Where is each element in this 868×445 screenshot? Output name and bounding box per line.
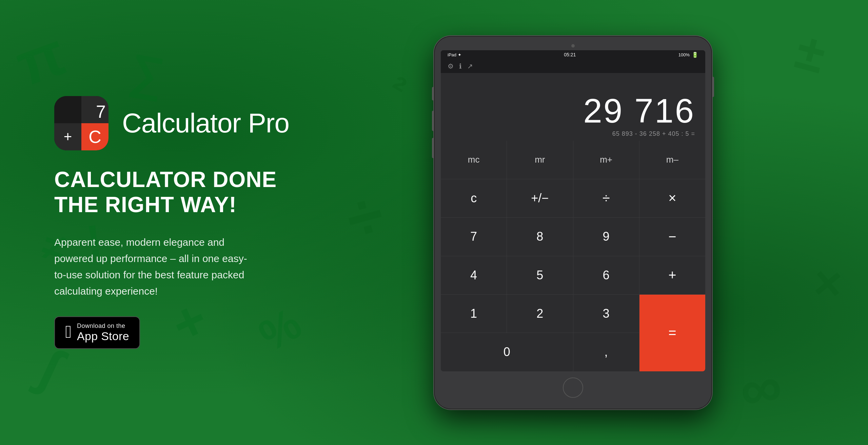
key-subtract[interactable]: −	[639, 218, 705, 256]
content-wrapper: 7 + C Calculator Pro CALCULATOR DONE THE…	[0, 0, 868, 445]
key-clear[interactable]: c	[441, 179, 507, 217]
ipad-power-button	[712, 77, 714, 97]
apple-logo-icon: 	[65, 323, 72, 340]
status-right: 100% 🔋	[678, 52, 698, 58]
left-panel: 7 + C Calculator Pro CALCULATOR DONE THE…	[54, 96, 292, 349]
key-9[interactable]: 9	[573, 218, 639, 256]
icon-quadrant-bl: +	[54, 123, 81, 150]
key-2[interactable]: 2	[507, 295, 573, 333]
tagline-line2: THE RIGHT WAY!	[54, 192, 292, 218]
ios-status-bar: iPad ✦ 05:21 100% 🔋	[441, 50, 705, 59]
key-add[interactable]: +	[639, 256, 705, 294]
key-5[interactable]: 5	[507, 256, 573, 294]
status-left: iPad ✦	[448, 52, 461, 57]
key-divide[interactable]: ÷	[573, 179, 639, 217]
app-description: Apparent ease, modern elegance and power…	[54, 234, 251, 299]
calc-equation: 65 893 - 36 258 + 405 : 5 =	[612, 130, 695, 137]
status-time: 05:21	[564, 52, 576, 57]
ipad-volume-up-button	[432, 111, 434, 131]
ipad-label: iPad ✦	[448, 52, 461, 57]
info-icon[interactable]: ℹ	[459, 62, 462, 70]
key-6[interactable]: 6	[573, 256, 639, 294]
key-m-plus[interactable]: m+	[573, 141, 639, 179]
calc-toolbar: ⚙ ℹ ↗	[441, 59, 705, 73]
key-mr[interactable]: mr	[507, 141, 573, 179]
appstore-store-text: App Store	[77, 330, 129, 343]
key-comma[interactable]: ,	[573, 333, 639, 371]
appstore-button[interactable]:  Download on the App Store	[54, 316, 140, 349]
icon-quadrant-tr: 7	[81, 96, 108, 123]
appstore-text: Download on the App Store	[77, 322, 129, 343]
appstore-download-text: Download on the	[77, 322, 129, 330]
key-0[interactable]: 0	[441, 333, 573, 371]
tagline-line1: CALCULATOR DONE	[54, 167, 292, 192]
key-8[interactable]: 8	[507, 218, 573, 256]
icon-plus: +	[64, 129, 72, 145]
icon-number: 7	[96, 103, 106, 120]
ipad-frame: iPad ✦ 05:21 100% 🔋 ⚙ ℹ ↗	[434, 36, 712, 409]
icon-letter: C	[88, 127, 101, 147]
ipad-camera-bar	[441, 44, 705, 48]
key-4[interactable]: 4	[441, 256, 507, 294]
key-7[interactable]: 7	[441, 218, 507, 256]
share-icon[interactable]: ↗	[467, 62, 473, 70]
ipad-mute-button	[432, 87, 434, 100]
ipad-volume-down-button	[432, 138, 434, 158]
key-1[interactable]: 1	[441, 295, 507, 333]
key-mc[interactable]: mc	[441, 141, 507, 179]
icon-quadrant-tl	[54, 96, 81, 123]
key-plus-minus[interactable]: +/−	[507, 179, 573, 217]
calc-keypad: mc mr m+ m– c +/− ÷ × 7 8 9 −	[441, 141, 705, 371]
calc-display: 29 716 65 893 - 36 258 + 405 : 5 =	[441, 73, 705, 141]
ipad-container: iPad ✦ 05:21 100% 🔋 ⚙ ℹ ↗	[434, 36, 712, 409]
calc-main-number: 29 716	[583, 94, 695, 128]
settings-icon[interactable]: ⚙	[448, 62, 454, 70]
key-equals[interactable]: =	[639, 295, 705, 371]
key-3[interactable]: 3	[573, 295, 639, 333]
ipad-home-button[interactable]	[563, 377, 583, 398]
app-header: 7 + C Calculator Pro	[54, 96, 292, 150]
app-tagline: CALCULATOR DONE THE RIGHT WAY!	[54, 167, 292, 217]
icon-quadrant-br: C	[81, 123, 108, 150]
app-icon: 7 + C	[54, 96, 108, 150]
ipad-screen: iPad ✦ 05:21 100% 🔋 ⚙ ℹ ↗	[441, 50, 705, 371]
key-m-minus[interactable]: m–	[639, 141, 705, 179]
ipad-camera-dot	[571, 44, 575, 48]
battery-icon: 🔋	[692, 52, 698, 58]
app-title: Calculator Pro	[122, 108, 289, 139]
key-multiply[interactable]: ×	[639, 179, 705, 217]
battery-percentage: 100%	[678, 52, 690, 57]
right-panel: iPad ✦ 05:21 100% 🔋 ⚙ ℹ ↗	[332, 36, 814, 409]
ipad-bottom	[441, 371, 705, 401]
